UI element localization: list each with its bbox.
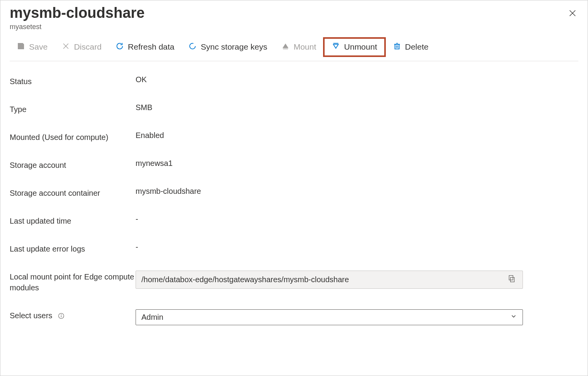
svg-rect-3 xyxy=(19,47,22,49)
mounted-value: Enabled xyxy=(136,131,578,140)
refresh-label: Refresh data xyxy=(128,42,174,52)
type-label: Type xyxy=(10,103,136,115)
mount-button: Mount xyxy=(274,40,323,55)
discard-button: Discard xyxy=(55,40,108,55)
type-value: SMB xyxy=(136,103,578,112)
close-icon xyxy=(568,13,577,19)
copy-icon xyxy=(508,276,516,284)
mount-icon xyxy=(281,42,290,52)
panel-header: mysmb-cloudshare myasetest xyxy=(10,4,578,31)
mount-point-label: Local mount point for Edge compute modul… xyxy=(10,271,136,293)
container-value: mysmb-cloudshare xyxy=(136,187,578,196)
unmount-label: Unmount xyxy=(344,42,377,52)
last-updated-label: Last updated time xyxy=(10,215,136,226)
svg-rect-17 xyxy=(509,275,513,280)
title-block: mysmb-cloudshare myasetest xyxy=(10,4,144,31)
storage-account-label: Storage account xyxy=(10,159,136,171)
copy-mount-point-button[interactable] xyxy=(506,273,517,286)
mounted-label: Mounted (Used for compute) xyxy=(10,131,136,143)
save-label: Save xyxy=(29,42,48,52)
select-users-value: Admin xyxy=(141,313,163,322)
status-label: Status xyxy=(10,75,136,87)
delete-label: Delete xyxy=(405,42,429,52)
page-subtitle: myasetest xyxy=(10,23,144,31)
storage-account-value: mynewsa1 xyxy=(136,159,578,168)
refresh-icon xyxy=(115,42,124,52)
mount-point-field: /home/databox-edge/hostgatewayshares/mys… xyxy=(136,271,523,289)
svg-point-6 xyxy=(190,43,196,49)
svg-rect-11 xyxy=(395,44,399,49)
status-value: OK xyxy=(136,75,578,84)
select-users-row: Admin xyxy=(136,309,578,325)
properties-grid: Status OK Type SMB Mounted (Used for com… xyxy=(10,75,578,325)
mount-label: Mount xyxy=(294,42,316,52)
sync-keys-button[interactable]: Sync storage keys xyxy=(181,40,274,55)
select-users-label-text: Select users xyxy=(10,311,52,320)
discard-icon xyxy=(62,42,70,52)
discard-label: Discard xyxy=(74,42,101,52)
unmount-button[interactable]: Unmount xyxy=(325,40,384,55)
sync-label: Sync storage keys xyxy=(201,42,267,52)
svg-rect-16 xyxy=(511,277,514,282)
delete-button[interactable]: Delete xyxy=(386,40,436,55)
select-users-dropdown[interactable]: Admin xyxy=(136,309,523,325)
close-button[interactable] xyxy=(565,6,580,22)
save-icon xyxy=(17,42,25,52)
share-detail-panel: mysmb-cloudshare myasetest Save xyxy=(0,0,588,376)
unmount-highlight: Unmount xyxy=(323,37,385,57)
info-icon[interactable] xyxy=(58,312,65,319)
sync-icon xyxy=(188,42,197,52)
mount-point-row: /home/databox-edge/hostgatewayshares/mys… xyxy=(136,271,578,289)
chevron-down-icon xyxy=(510,313,517,322)
unmount-icon xyxy=(332,42,340,52)
error-logs-value: - xyxy=(136,243,578,252)
page-title: mysmb-cloudshare xyxy=(10,4,144,22)
last-updated-value: - xyxy=(136,215,578,224)
refresh-data-button[interactable]: Refresh data xyxy=(108,40,181,55)
save-button: Save xyxy=(10,40,55,55)
command-bar: Save Discard Refresh data xyxy=(10,35,578,61)
container-label: Storage account container xyxy=(10,187,136,198)
select-users-label: Select users xyxy=(10,309,136,321)
svg-marker-7 xyxy=(283,44,288,48)
delete-icon xyxy=(393,42,401,52)
svg-rect-2 xyxy=(19,43,22,45)
svg-point-20 xyxy=(61,315,61,315)
svg-marker-9 xyxy=(334,44,339,48)
mount-point-value: /home/databox-edge/hostgatewayshares/mys… xyxy=(141,275,349,284)
error-logs-label: Last update error logs xyxy=(10,243,136,254)
